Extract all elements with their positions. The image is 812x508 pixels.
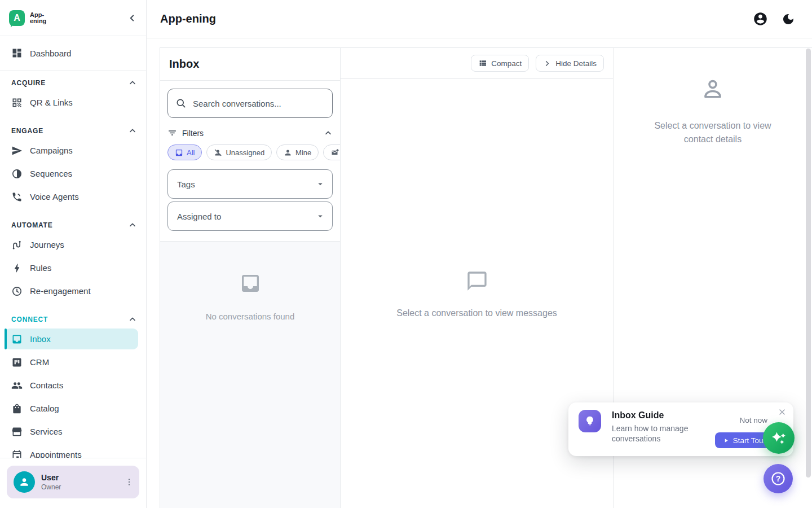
- person-icon: [284, 148, 292, 157]
- sidebar-item-crm[interactable]: CRM: [0, 351, 146, 374]
- chip-mine[interactable]: Mine: [276, 144, 319, 160]
- sidebar-item-label: QR & Links: [30, 98, 73, 107]
- search-input[interactable]: [167, 89, 333, 118]
- chip-label: All: [187, 148, 195, 157]
- sidebar-item-contacts[interactable]: Contacts: [0, 374, 146, 397]
- sidebar-divider: [0, 70, 146, 71]
- storefront-icon: [11, 426, 23, 437]
- user-menu-button[interactable]: [125, 478, 134, 487]
- svg-text:?: ?: [776, 474, 781, 483]
- chevron-up-icon: [128, 221, 137, 230]
- sidebar-item-label: Voice Agents: [30, 192, 79, 202]
- sidebar-item-label: Inbox: [30, 334, 51, 344]
- section-label: CONNECT: [11, 316, 48, 323]
- chevron-up-icon[interactable]: [324, 129, 333, 138]
- inbox-icon: [175, 148, 183, 157]
- bolt-icon: [11, 262, 23, 274]
- person-icon: [19, 476, 30, 488]
- filter-block: Filters All Unassigned: [160, 81, 340, 242]
- section-label: ENGAGE: [11, 127, 43, 135]
- list-icon: [478, 59, 487, 68]
- sidebar-item-rules[interactable]: Rules: [0, 256, 146, 279]
- person-outline-icon: [700, 76, 726, 104]
- user-role: Owner: [41, 483, 61, 491]
- hide-details-button-label: Hide Details: [555, 59, 597, 68]
- qr-code-icon: [11, 97, 23, 108]
- page-title: App-ening: [160, 12, 216, 25]
- help-fab[interactable]: ?: [764, 464, 793, 493]
- sidebar-item-label: Contacts: [30, 380, 63, 390]
- avatar: [14, 471, 35, 493]
- calendar-icon: [11, 449, 23, 458]
- tags-select[interactable]: Tags: [167, 169, 333, 199]
- app-logo: A: [9, 10, 25, 26]
- filter-chips: All Unassigned Mine Unread: [167, 144, 340, 160]
- inbox-panel-title: Inbox: [160, 48, 340, 81]
- section-automate[interactable]: AUTOMATE: [0, 217, 146, 233]
- chevron-up-icon: [128, 78, 137, 87]
- conversations-empty-state: No conversations found: [160, 242, 340, 508]
- sidebar-item-journeys[interactable]: Journeys: [0, 233, 146, 256]
- chip-unassigned[interactable]: Unassigned: [206, 144, 272, 160]
- dark-mode-toggle[interactable]: [782, 12, 795, 26]
- app-logo-line2: ening: [30, 18, 46, 24]
- chip-all[interactable]: All: [167, 144, 202, 160]
- dashboard-icon: [11, 47, 23, 59]
- section-engage[interactable]: ENGAGE: [0, 123, 146, 139]
- sidebar-item-campaigns[interactable]: Campaigns: [0, 139, 146, 162]
- scrollbar-thumb[interactable]: [806, 49, 811, 478]
- ai-assistant-fab[interactable]: [763, 422, 795, 454]
- sidebar-item-label: Services: [30, 427, 63, 436]
- chip-unread[interactable]: Unread: [323, 144, 340, 160]
- sidebar-item-services[interactable]: Services: [0, 420, 146, 443]
- assigned-to-select-label: Assigned to: [177, 212, 221, 221]
- account-button[interactable]: [753, 11, 768, 27]
- sidebar-item-qr-links[interactable]: QR & Links: [0, 91, 146, 114]
- sidebar-item-catalog[interactable]: Catalog: [0, 397, 146, 420]
- dots-vertical-icon: [125, 478, 134, 487]
- start-tour-label: Start Tour: [733, 436, 766, 445]
- sparkles-icon: [769, 428, 788, 448]
- compact-button-label: Compact: [491, 59, 522, 68]
- section-connect[interactable]: CONNECT: [0, 312, 146, 327]
- sidebar-item-sequences[interactable]: Sequences: [0, 162, 146, 185]
- sidebar-collapse-button[interactable]: [127, 13, 137, 23]
- conversations-empty-text: No conversations found: [206, 312, 295, 321]
- section-acquire[interactable]: ACQUIRE: [0, 75, 146, 91]
- chip-label: Unassigned: [226, 148, 264, 157]
- sidebar-item-voice-agents[interactable]: Voice Agents: [0, 185, 146, 208]
- chevron-up-icon: [128, 315, 137, 324]
- user-card[interactable]: User Owner: [7, 466, 139, 498]
- chip-label: Mine: [295, 148, 311, 157]
- close-icon[interactable]: [778, 408, 787, 417]
- sidebar-item-label: CRM: [30, 357, 49, 367]
- header-actions: [753, 11, 795, 27]
- search-wrap: [167, 89, 333, 118]
- filters-header[interactable]: Filters: [167, 128, 333, 138]
- user-name: User: [41, 473, 61, 482]
- sidebar-logo-row: A App- ening: [0, 0, 146, 36]
- assigned-to-select[interactable]: Assigned to: [167, 202, 333, 231]
- toast-subtitle: Learn how to manage conversations: [612, 423, 709, 444]
- moon-icon: [782, 12, 795, 26]
- hide-details-button[interactable]: Hide Details: [536, 55, 604, 72]
- caret-down-icon: [315, 179, 325, 189]
- messages-toolbar: Compact Hide Details: [341, 48, 613, 79]
- compact-button[interactable]: Compact: [471, 55, 529, 72]
- help-icon: ?: [770, 471, 786, 487]
- chevron-right-icon: [543, 59, 551, 68]
- inbox-icon: [239, 272, 262, 297]
- tags-select-label: Tags: [177, 179, 195, 189]
- sidebar-item-re-engagement[interactable]: Re-engagement: [0, 279, 146, 303]
- inbox-guide-toast: Inbox Guide Learn how to manage conversa…: [568, 402, 793, 456]
- kanban-icon: [11, 357, 23, 368]
- account-circle-icon: [753, 11, 768, 27]
- filter-icon: [167, 128, 177, 138]
- not-now-button[interactable]: Not now: [739, 416, 767, 424]
- chevron-left-icon: [127, 13, 137, 23]
- sidebar: A App- ening Dashboard ACQUIRE QR & Link…: [0, 0, 147, 508]
- sidebar-item-dashboard[interactable]: Dashboard: [0, 41, 146, 65]
- sidebar-item-appointments[interactable]: Appointments: [0, 443, 146, 458]
- sidebar-item-label: Catalog: [30, 404, 59, 413]
- sidebar-item-inbox[interactable]: Inbox: [5, 329, 138, 349]
